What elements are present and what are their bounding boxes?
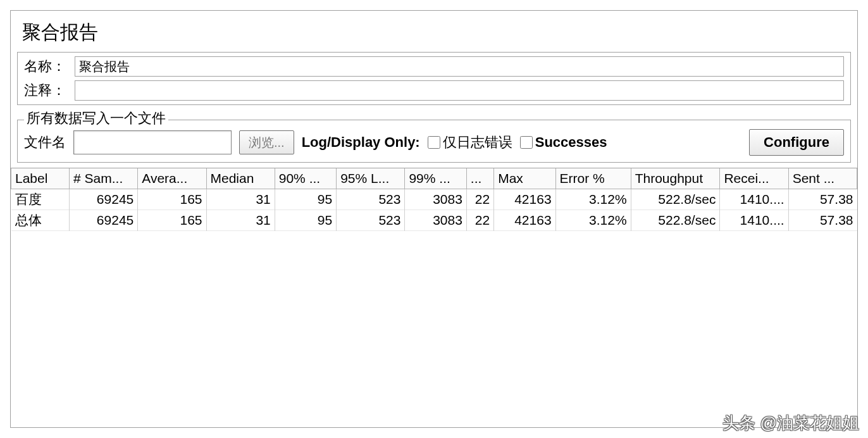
filename-input[interactable] xyxy=(73,130,232,154)
cell-average: 165 xyxy=(138,189,206,210)
cell-samples: 69245 xyxy=(70,189,138,210)
cell-sent: 57.38 xyxy=(788,210,857,231)
column-header-samples[interactable]: # Sam... xyxy=(70,168,138,189)
name-input[interactable] xyxy=(75,56,844,77)
cell-throughput: 522.8/sec xyxy=(631,210,720,231)
cell-samples: 69245 xyxy=(70,210,138,231)
cell-p95: 523 xyxy=(337,210,405,231)
comment-input[interactable] xyxy=(75,80,844,101)
cell-label: 总体 xyxy=(11,210,70,231)
cell-median: 31 xyxy=(206,189,275,210)
successes-checkbox[interactable] xyxy=(520,136,533,149)
cell-error: 3.12% xyxy=(555,210,631,231)
column-header-received[interactable]: Recei... xyxy=(720,168,788,189)
cell-min: 22 xyxy=(466,210,493,231)
cell-p90: 95 xyxy=(275,210,336,231)
errors-only-label: 仅日志错误 xyxy=(443,133,512,152)
cell-p99: 3083 xyxy=(405,210,466,231)
column-header-max[interactable]: Max xyxy=(494,168,555,189)
table-row[interactable]: 百度692451653195523308322421633.12%522.8/s… xyxy=(11,189,857,210)
name-label: 名称： xyxy=(24,57,75,76)
errors-only-checkbox-wrap[interactable]: 仅日志错误 xyxy=(428,133,512,152)
log-display-label: Log/Display Only: xyxy=(302,134,420,151)
configure-button[interactable]: Configure xyxy=(749,129,844,156)
aggregate-report-panel: 聚合报告 名称： 注释： 所有数据写入一个文件 文件名 浏览... Log/Di… xyxy=(10,10,858,428)
column-header-p95[interactable]: 95% L... xyxy=(337,168,405,189)
cell-p95: 523 xyxy=(337,189,405,210)
column-header-min[interactable]: ... xyxy=(466,168,493,189)
errors-only-checkbox[interactable] xyxy=(428,136,440,149)
column-header-median[interactable]: Median xyxy=(206,168,275,189)
cell-sent: 57.38 xyxy=(788,189,857,210)
name-comment-box: 名称： 注释： xyxy=(17,52,851,105)
fieldset-legend: 所有数据写入一个文件 xyxy=(24,109,168,128)
cell-p99: 3083 xyxy=(405,189,466,210)
successes-label: Successes xyxy=(535,134,607,151)
comment-label: 注释： xyxy=(24,81,75,100)
column-header-sent[interactable]: Sent ... xyxy=(788,168,857,189)
column-header-average[interactable]: Avera... xyxy=(138,168,206,189)
cell-received: 1410.... xyxy=(720,189,788,210)
cell-max: 42163 xyxy=(494,210,555,231)
cell-label: 百度 xyxy=(11,189,70,210)
column-header-p90[interactable]: 90% ... xyxy=(275,168,336,189)
results-table: Label# Sam...Avera...Median90% ...95% L.… xyxy=(11,168,857,231)
results-table-area: Label# Sam...Avera...Median90% ...95% L.… xyxy=(11,168,857,427)
filename-label: 文件名 xyxy=(24,133,66,152)
column-header-p99[interactable]: 99% ... xyxy=(405,168,466,189)
table-header-row: Label# Sam...Avera...Median90% ...95% L.… xyxy=(11,168,857,189)
browse-button[interactable]: 浏览... xyxy=(239,130,294,154)
column-header-label[interactable]: Label xyxy=(11,168,70,189)
cell-min: 22 xyxy=(466,189,493,210)
page-title: 聚合报告 xyxy=(11,11,857,52)
column-header-error[interactable]: Error % xyxy=(555,168,631,189)
successes-checkbox-wrap[interactable]: Successes xyxy=(520,134,607,151)
table-row[interactable]: 总体692451653195523308322421633.12%522.8/s… xyxy=(11,210,857,231)
cell-received: 1410.... xyxy=(720,210,788,231)
cell-throughput: 522.8/sec xyxy=(631,189,720,210)
cell-average: 165 xyxy=(138,210,206,231)
cell-error: 3.12% xyxy=(555,189,631,210)
column-header-throughput[interactable]: Throughput xyxy=(631,168,720,189)
watermark-text: 头条 @油菜花姐姐 xyxy=(722,412,859,434)
cell-median: 31 xyxy=(206,210,275,231)
write-results-fieldset: 所有数据写入一个文件 文件名 浏览... Log/Display Only: 仅… xyxy=(17,110,851,163)
cell-p90: 95 xyxy=(275,189,336,210)
cell-max: 42163 xyxy=(494,189,555,210)
